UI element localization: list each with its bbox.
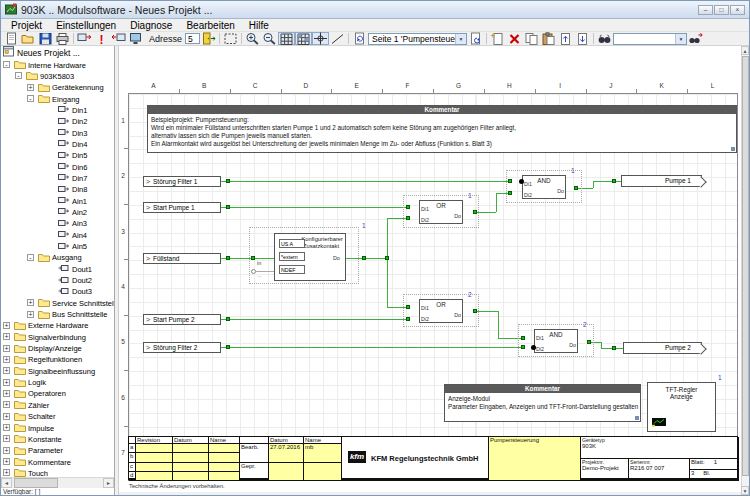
resize-handle[interactable] <box>731 147 735 151</box>
upload-from-device-button[interactable] <box>110 32 127 45</box>
diagram-canvas[interactable]: Kommentar Beispielprojekt: Pumpensteueru… <box>119 46 743 492</box>
new-file-button[interactable] <box>3 32 20 45</box>
menu-diagnose[interactable]: Diagnose <box>123 20 179 31</box>
tree-item-signalverbindung[interactable]: +Signalverbindung <box>1 331 114 342</box>
tree-item-din6[interactable]: Din6 <box>1 161 114 172</box>
tree-item-ain1[interactable]: Ain1 <box>1 195 114 206</box>
project-header[interactable]: Neues Projekt ... <box>1 46 114 59</box>
tree-item-regelfunktionen[interactable]: +Regelfunktionen <box>1 354 114 365</box>
param-field[interactable]: US A <box>279 239 305 248</box>
tree-item-externe-hardware[interactable]: +Externe Hardware <box>1 320 114 331</box>
tree-item-ausgang[interactable]: -Ausgang <box>1 252 114 263</box>
input-tag-füllstand[interactable]: Füllstand <box>143 253 221 264</box>
expand-toggle-icon[interactable]: + <box>3 413 10 420</box>
open-file-button[interactable] <box>20 32 37 45</box>
adresse-input[interactable] <box>185 33 200 44</box>
tree-item-din3[interactable]: Din3 <box>1 127 114 138</box>
exit-online-button[interactable] <box>200 32 217 45</box>
param-field[interactable]: NDEF <box>279 265 305 274</box>
output-tag-pumpe-1[interactable]: Pumpe 1 <box>621 175 702 187</box>
tree-item-ain5[interactable]: Ain5 <box>1 241 114 252</box>
expand-toggle-icon[interactable]: + <box>3 458 10 465</box>
output-tag-pumpe-2[interactable]: Pumpe 2 <box>623 342 702 354</box>
tree-item-din1[interactable]: Din1 <box>1 104 114 115</box>
expand-toggle-icon[interactable]: - <box>27 95 34 102</box>
tree-item-dout1[interactable]: Dout1 <box>1 263 114 274</box>
delete-page-button[interactable] <box>506 32 523 45</box>
reload-page-button[interactable] <box>351 32 368 45</box>
scrollbar-thumb[interactable] <box>742 56 749 476</box>
expand-toggle-icon[interactable]: + <box>3 379 10 386</box>
chevron-down-icon[interactable]: ▼ <box>675 34 686 44</box>
crosshair-tool-button[interactable] <box>312 32 329 45</box>
tree-item-ain2[interactable]: Ain2 <box>1 206 114 217</box>
find-button[interactable] <box>596 32 613 45</box>
expand-toggle-icon[interactable]: + <box>3 447 10 454</box>
tree-item-logik[interactable]: +Logik <box>1 377 114 388</box>
scroll-down-icon[interactable]: ▼ <box>741 486 749 495</box>
gate-and-1[interactable]: ANDDi1Di2Do <box>522 175 566 199</box>
download-to-device-button[interactable] <box>76 32 93 45</box>
tree-item-eingang[interactable]: -Eingang <box>1 93 114 104</box>
tree-item-service-schnittstelle[interactable]: +Service Schnittstelle <box>1 297 114 308</box>
save-file-button[interactable] <box>37 32 54 45</box>
paste-button[interactable] <box>540 32 557 45</box>
tree-item-operatoren[interactable]: +Operatoren <box>1 388 114 399</box>
raster-toggle-button[interactable] <box>295 32 312 45</box>
new-page-button[interactable] <box>489 32 506 45</box>
tree-item-interne-hardware[interactable]: -Interne Hardware <box>1 59 114 70</box>
tree-item-din4[interactable]: Din4 <box>1 138 114 149</box>
param-field[interactable]: *extern <box>279 252 305 261</box>
page-properties-button[interactable] <box>467 32 484 45</box>
expand-toggle-icon[interactable]: - <box>15 72 22 79</box>
scrollbar-thumb[interactable] <box>14 478 58 488</box>
expand-toggle-icon[interactable]: + <box>3 367 10 374</box>
expand-toggle-icon[interactable]: + <box>3 401 10 408</box>
tree-item-ain3[interactable]: Ain3 <box>1 218 114 229</box>
tree-item-din7[interactable]: Din7 <box>1 172 114 183</box>
zoom-in-button[interactable] <box>244 32 261 45</box>
menu-bearbeiten[interactable]: Bearbeiten <box>179 20 241 31</box>
gate-or-1[interactable]: ORDi1Di2Do <box>419 200 463 224</box>
page-forward-button[interactable] <box>574 32 591 45</box>
menu-hilfe[interactable]: Hilfe <box>242 20 276 31</box>
tree-item-dout3[interactable]: Dout3 <box>1 286 114 297</box>
expand-toggle-icon[interactable]: + <box>27 299 34 306</box>
tft-regler-block[interactable]: TFT-Regler Anzeige <box>647 382 716 432</box>
expand-toggle-icon[interactable]: + <box>3 390 10 397</box>
menu-einstellungen[interactable]: Einstellungen <box>49 20 123 31</box>
tree-item-display-anzeige[interactable]: +Display/Anzeige <box>1 343 114 354</box>
menu-projekt[interactable]: Projekt <box>4 20 49 31</box>
input-tag-störung-filter-2[interactable]: Störung Filter 2 <box>143 342 221 353</box>
input-tag-start-pumpe-1[interactable]: Start Pumpe 1 <box>143 202 221 213</box>
expand-toggle-icon[interactable]: + <box>3 333 10 340</box>
expand-toggle-icon[interactable]: + <box>27 311 34 318</box>
maximize-button[interactable]: □ <box>714 5 729 15</box>
stop-transfer-button[interactable]: ! <box>93 32 110 45</box>
expand-toggle-icon[interactable]: - <box>3 61 10 68</box>
tree-item-din8[interactable]: Din8 <box>1 184 114 195</box>
print-button[interactable] <box>54 32 71 45</box>
tree-item-impulse[interactable]: +Impulse <box>1 422 114 433</box>
expand-toggle-icon[interactable]: + <box>3 322 10 329</box>
comment-box-1[interactable]: Kommentar Beispielprojekt: Pumpensteueru… <box>147 105 737 153</box>
page-back-button[interactable] <box>557 32 574 45</box>
expand-toggle-icon[interactable]: + <box>3 469 10 476</box>
select-tool-button[interactable] <box>222 32 239 45</box>
close-button[interactable]: × <box>730 5 745 15</box>
gate-and-2[interactable]: ANDDi1Di2Do <box>534 329 578 353</box>
input-tag-start-pumpe-2[interactable]: Start Pumpe 2 <box>143 314 221 325</box>
tree-item-din2[interactable]: Din2 <box>1 116 114 127</box>
scroll-right-icon[interactable]: ► <box>103 478 114 488</box>
tree-item-schalter[interactable]: +Schalter <box>1 411 114 422</box>
tree-item-bus-schnittstelle[interactable]: +Bus Schnittstelle <box>1 309 114 320</box>
online-monitor-button[interactable] <box>127 32 144 45</box>
scroll-left-icon[interactable]: ◄ <box>1 478 12 488</box>
grid-toggle-button[interactable] <box>278 32 295 45</box>
tree-item-konstante[interactable]: +Konstante <box>1 433 114 444</box>
expand-toggle-icon[interactable]: + <box>3 356 10 363</box>
scroll-up-icon[interactable]: ▲ <box>741 46 749 55</box>
tree-item-din5[interactable]: Din5 <box>1 150 114 161</box>
expand-toggle-icon[interactable]: + <box>27 84 34 91</box>
expand-toggle-icon[interactable]: + <box>3 435 10 442</box>
